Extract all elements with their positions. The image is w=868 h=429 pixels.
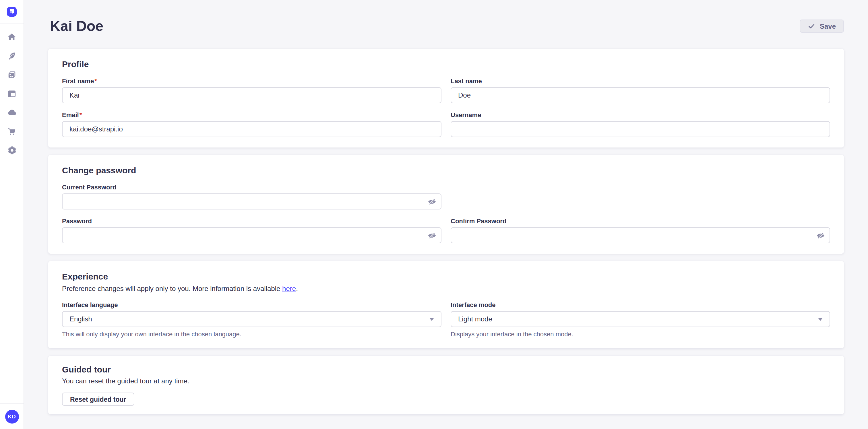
experience-section-title: Experience [62, 271, 830, 282]
experience-card: Experience Preference changes will apply… [48, 261, 844, 349]
field-confirm-password: Confirm Password [451, 217, 830, 243]
email-label: Email* [62, 111, 441, 119]
field-interface-mode: Interface mode Light mode Displays your … [451, 301, 830, 338]
page-header: Kai Doe Save [48, 19, 844, 34]
email-input[interactable] [62, 121, 441, 137]
reset-guided-tour-button[interactable]: Reset guided tour [62, 393, 134, 406]
eye-striked-icon [427, 197, 436, 206]
toggle-current-password-visibility-button[interactable] [425, 195, 438, 208]
content: Profile First name* Last name [48, 49, 844, 415]
first-name-input[interactable] [62, 87, 441, 103]
guided-tour-card: Guided tour You can reset the guided tou… [48, 356, 844, 415]
images-icon [7, 70, 16, 79]
sidebar-item-content-type-builder[interactable] [4, 86, 19, 101]
user-avatar[interactable]: KD [5, 409, 19, 423]
password-grid-spacer [451, 183, 830, 209]
last-name-input[interactable] [451, 87, 830, 103]
sidebar-item-content-manager[interactable] [4, 48, 19, 63]
change-password-section-title: Change password [62, 165, 830, 176]
confirm-password-input[interactable] [451, 227, 830, 243]
avatar-initials: KD [8, 413, 16, 420]
guided-tour-section-title: Guided tour [62, 364, 111, 375]
strapi-logo-icon [7, 6, 17, 18]
toggle-confirm-password-visibility-button[interactable] [814, 229, 827, 242]
confirm-password-label: Confirm Password [451, 217, 830, 225]
password-label: Password [62, 217, 441, 225]
interface-language-label: Interface language [62, 301, 441, 309]
profile-card: Profile First name* Last name [48, 49, 844, 147]
password-input[interactable] [62, 227, 441, 243]
field-email: Email* [62, 111, 441, 137]
current-password-label: Current Password [62, 183, 441, 191]
main-content: Kai Doe Save Profile First name* [24, 0, 868, 429]
interface-mode-hint: Displays your interface in the chosen mo… [451, 331, 830, 338]
sidebar-item-deploy[interactable] [4, 105, 19, 120]
workspace-button[interactable] [7, 7, 17, 16]
field-last-name: Last name [451, 77, 830, 103]
profile-section-title: Profile [62, 59, 830, 69]
field-current-password: Current Password [62, 183, 441, 209]
experience-description: Preference changes will apply only to yo… [62, 285, 830, 293]
username-input[interactable] [451, 121, 830, 137]
change-password-card: Change password Current Password [48, 155, 844, 254]
required-marker: * [94, 77, 97, 85]
home-icon [7, 32, 16, 41]
required-marker: * [80, 111, 82, 118]
interface-mode-value: Light mode [458, 315, 492, 323]
sidebar-item-media-library[interactable] [4, 67, 19, 82]
interface-mode-select[interactable]: Light mode [451, 311, 830, 327]
layout-icon [7, 89, 16, 98]
profile-grid: First name* Last name Email* [62, 77, 830, 137]
cart-icon [7, 127, 16, 136]
toggle-password-visibility-button[interactable] [425, 229, 438, 242]
sidebar-item-marketplace[interactable] [4, 124, 19, 139]
eye-striked-icon [427, 231, 436, 240]
logo-area [0, 0, 24, 24]
chevron-down-icon [818, 318, 823, 321]
interface-language-select[interactable]: English [62, 311, 441, 327]
last-name-label: Last name [451, 77, 830, 85]
guided-tour-description: You can reset the guided tour at any tim… [62, 377, 189, 386]
field-interface-language: Interface language English This will onl… [62, 301, 441, 338]
field-username: Username [451, 111, 830, 137]
check-icon [808, 22, 815, 30]
sidebar-nav [4, 29, 19, 158]
field-first-name: First name* [62, 77, 441, 103]
save-button[interactable]: Save [800, 20, 844, 33]
field-new-password: Password [62, 217, 441, 243]
chevron-down-icon [429, 318, 434, 321]
password-grid: Current Password [62, 183, 830, 243]
interface-language-hint: This will only display your own interfac… [62, 331, 441, 338]
app-root: KD Kai Doe Save Profile [0, 0, 868, 429]
sidebar: KD [0, 0, 24, 429]
page-title: Kai Doe [50, 19, 103, 34]
eye-striked-icon [816, 231, 825, 240]
experience-grid: Interface language English This will onl… [62, 301, 830, 338]
save-button-label: Save [820, 22, 836, 30]
interface-mode-label: Interface mode [451, 301, 830, 309]
gear-icon [7, 146, 17, 155]
username-label: Username [451, 111, 830, 119]
more-information-link[interactable]: here [282, 285, 296, 293]
cloud-icon [7, 108, 17, 117]
interface-language-value: English [69, 315, 92, 323]
sidebar-item-home[interactable] [4, 29, 19, 44]
sidebar-footer: KD [0, 403, 24, 429]
current-password-input[interactable] [62, 193, 441, 209]
first-name-label: First name* [62, 77, 441, 85]
feather-icon [7, 52, 16, 60]
sidebar-item-settings[interactable] [4, 143, 19, 158]
